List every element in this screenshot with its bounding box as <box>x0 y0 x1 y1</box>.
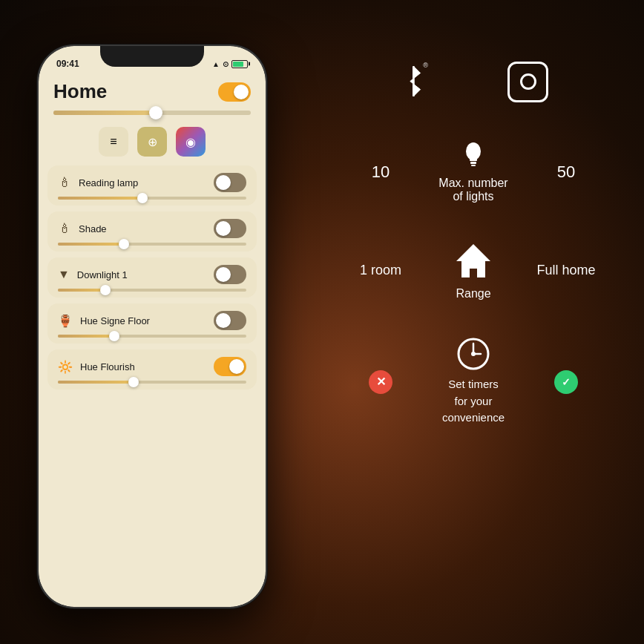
bridge-wrapper <box>507 62 548 102</box>
max-lights-section: 10 Max. number of lights 50 <box>332 134 614 211</box>
phone-mockup: 09:41 ▲ ⊙ Home ≡ <box>37 45 275 623</box>
signal-icon: ▲ <box>212 60 220 68</box>
bluetooth-icon: ® <box>398 59 436 104</box>
timers-section: ✕ Set timers for your convenience ✓ <box>332 330 614 434</box>
home-range-icon <box>453 240 494 281</box>
battery-icon <box>231 60 248 68</box>
bulb-comparison-icon <box>463 141 484 171</box>
app-header: Home <box>39 76 266 108</box>
light-slider-3[interactable] <box>58 335 246 338</box>
light-toggle-2[interactable] <box>214 265 246 284</box>
light-slider-0[interactable] <box>58 197 246 200</box>
clock-icon <box>457 338 490 370</box>
app-title: Home <box>53 80 107 103</box>
timers-right-indicator: ✓ <box>533 370 599 394</box>
tab-palette[interactable]: ⊕ <box>137 127 167 157</box>
top-icons-row: ® <box>332 45 614 119</box>
range-left-value: 1 room <box>347 263 414 278</box>
bridge-icon <box>507 62 548 102</box>
svg-text:®: ® <box>423 62 428 69</box>
light-list: 🕯 Reading lamp 🕯 Shade <box>39 162 266 392</box>
light-toggle-1[interactable] <box>214 219 246 238</box>
light-name-5: Hue Flourish <box>80 361 135 372</box>
status-icons: ▲ ⊙ <box>212 60 248 68</box>
range-center: Range <box>414 240 533 300</box>
light-name-4: Hue Signe Floor <box>80 315 150 326</box>
svg-marker-5 <box>456 244 490 277</box>
floor-lamp-icon: 🏺 <box>58 314 73 328</box>
downlight-icon: ▼ <box>58 268 70 281</box>
light-slider-1[interactable] <box>58 243 246 246</box>
light-item-downlight: ▼ Downlight 1 <box>47 257 257 298</box>
wifi-icon: ⊙ <box>223 60 229 68</box>
phone-screen: 09:41 ▲ ⊙ Home ≡ <box>39 46 266 607</box>
light-name-2: Shade <box>79 223 107 234</box>
range-label: Range <box>456 287 490 300</box>
bridge-inner <box>520 73 536 90</box>
tab-color[interactable]: ◉ <box>176 127 206 157</box>
bluetooth-wrapper: ® <box>398 59 436 104</box>
phone-notch <box>100 46 204 67</box>
x-circle-icon: ✕ <box>369 370 392 394</box>
max-lights-right-value: 50 <box>540 162 592 182</box>
check-circle-icon: ✓ <box>554 370 578 394</box>
timers-center: Set timers for your convenience <box>414 338 533 427</box>
tab-list[interactable]: ≡ <box>99 127 128 157</box>
timers-label: Set timers for your convenience <box>442 376 505 427</box>
light-slider-2[interactable] <box>58 289 246 292</box>
svg-point-1 <box>466 142 481 160</box>
ceiling-icon: 🔆 <box>58 360 73 374</box>
light-toggle-0[interactable] <box>214 173 246 192</box>
phone-body: 09:41 ▲ ⊙ Home ≡ <box>37 45 267 608</box>
light-toggle-4[interactable] <box>214 357 246 376</box>
svg-rect-4 <box>471 165 476 166</box>
light-item-flourish: 🔆 Hue Flourish <box>47 349 257 390</box>
light-item-shade: 🕯 Shade <box>47 211 257 252</box>
svg-rect-3 <box>470 162 476 164</box>
status-time: 09:41 <box>56 59 79 69</box>
light-slider-4[interactable] <box>58 381 246 384</box>
light-toggle-3[interactable] <box>214 311 246 330</box>
brightness-bar[interactable] <box>53 111 251 115</box>
range-section: 1 room Range Full home <box>332 233 614 308</box>
svg-rect-2 <box>470 159 477 161</box>
timers-left-indicator: ✕ <box>347 370 414 394</box>
bulb-icon: 🕯 <box>58 175 71 191</box>
light-name-3: Downlight 1 <box>77 269 128 280</box>
light-item-signe: 🏺 Hue Signe Floor <box>47 303 257 344</box>
tab-bar: ≡ ⊕ ◉ <box>39 121 266 162</box>
range-right-value: Full home <box>533 263 599 278</box>
light-name: Reading lamp <box>79 177 138 188</box>
info-panel: ® 10 Max. number of lights 50 <box>332 45 614 623</box>
light-item-reading-lamp: 🕯 Reading lamp <box>47 165 257 206</box>
max-lights-left-value: 10 <box>355 162 407 182</box>
home-toggle[interactable] <box>218 82 251 102</box>
bulb-icon-2: 🕯 <box>58 221 71 237</box>
max-lights-label: Max. number of lights <box>438 177 507 203</box>
max-lights-center: Max. number of lights <box>407 141 540 203</box>
